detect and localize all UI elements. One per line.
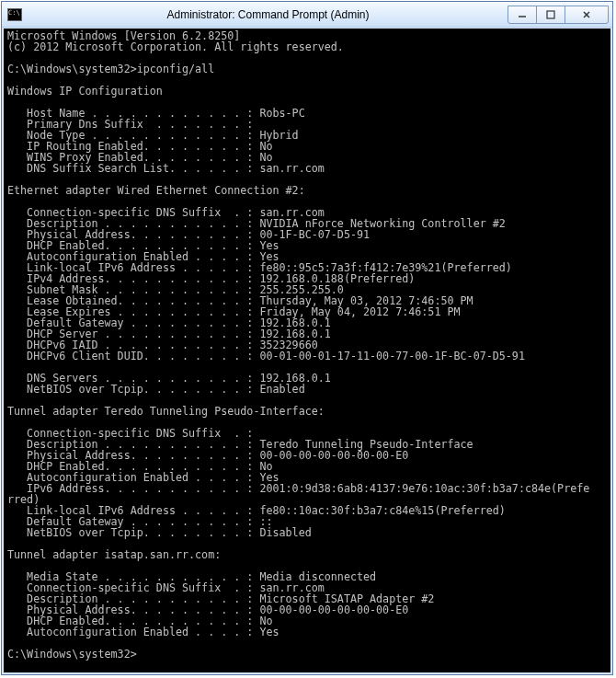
adapter-header: Tunnel adapter isatap.san.rr.com: [7,548,221,561]
minimize-button[interactable] [508,6,537,24]
field: DNS Suffix Search List. . . . . . : san.… [7,162,325,175]
titlebar[interactable]: Administrator: Command Prompt (Admin) [2,2,612,28]
field: NetBIOS over Tcpip. . . . . . . . : Disa… [7,526,312,539]
command-prompt-window: Administrator: Command Prompt (Admin) Mi… [1,1,613,675]
close-button[interactable] [565,6,609,24]
field: Autoconfiguration Enabled . . . . : Yes [7,626,279,638]
svg-rect-1 [547,11,554,18]
prompt-line: C:\Windows\system32>ipconfig/all [7,63,214,75]
field: DHCPv6 Client DUID. . . . . . . . : 00-0… [7,350,525,362]
adapter-header: Tunnel adapter Teredo Tunneling Pseudo-I… [7,405,325,418]
field: IPv6 Address. . . . . . . . . . . : 2001… [7,482,589,495]
line: (c) 2012 Microsoft Corporation. All righ… [7,40,344,53]
field: NetBIOS over Tcpip. . . . . . . . : Enab… [7,383,305,396]
adapter-header: Ethernet adapter Wired Ethernet Connecti… [7,184,305,197]
cmd-icon [7,8,22,21]
section-header: Windows IP Configuration [7,85,163,98]
window-controls [508,6,609,24]
window-title: Administrator: Command Prompt (Admin) [28,8,508,21]
terminal-output[interactable]: Microsoft Windows [Version 6.2.8250] (c)… [2,28,612,674]
maximize-button[interactable] [536,6,565,24]
prompt-line: C:\Windows\system32> [7,648,137,661]
